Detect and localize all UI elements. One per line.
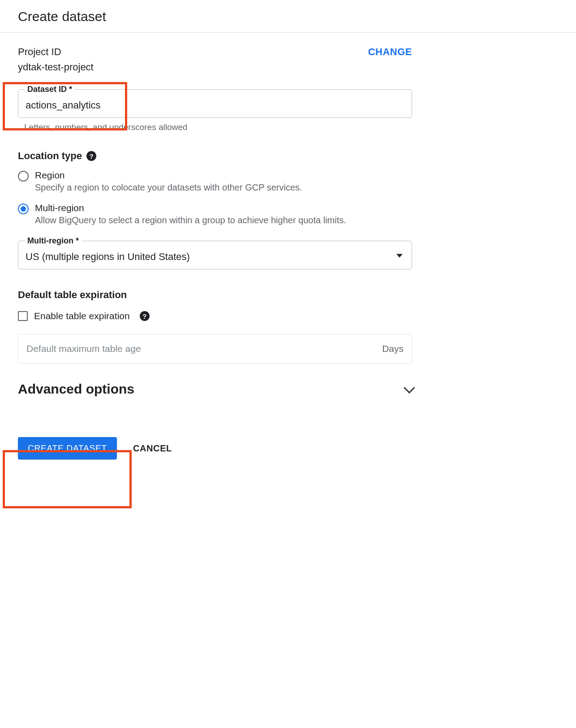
- multi-region-radio-desc: Allow BigQuery to select a region within…: [35, 215, 412, 225]
- max-table-age-field: Default maximum table age Days: [18, 334, 412, 364]
- help-icon[interactable]: ?: [140, 311, 150, 321]
- dropdown-arrow-icon: [396, 254, 403, 258]
- expiration-title: Default table expiration: [18, 289, 412, 301]
- chevron-down-icon: [404, 382, 415, 393]
- region-radio-desc: Specify a region to colocate your datase…: [35, 182, 412, 193]
- cancel-button[interactable]: CANCEL: [133, 443, 172, 454]
- multi-region-select[interactable]: Multi-region * US (multiple regions in U…: [18, 241, 412, 269]
- max-table-age-label: Default maximum table age: [26, 343, 141, 354]
- multi-region-select-label: Multi-region *: [25, 236, 82, 246]
- advanced-options-toggle[interactable]: Advanced options: [18, 381, 412, 397]
- change-project-link[interactable]: CHANGE: [368, 46, 412, 58]
- multi-region-radio[interactable]: [18, 204, 29, 214]
- enable-expiration-label: Enable table expiration: [34, 311, 130, 321]
- multi-region-radio-label: Multi-region: [35, 203, 412, 213]
- dataset-id-label: Dataset ID *: [25, 85, 75, 94]
- dataset-id-helper: Letters, numbers, and underscores allowe…: [18, 118, 412, 132]
- dataset-id-field-group: Dataset ID * Letters, numbers, and under…: [18, 89, 412, 132]
- max-table-age-suffix: Days: [382, 343, 404, 354]
- location-type-title: Location type: [18, 150, 82, 162]
- help-icon[interactable]: ?: [86, 151, 96, 161]
- region-radio-label: Region: [35, 170, 412, 181]
- page-title: Create dataset: [0, 0, 576, 33]
- multi-region-select-value: US (multiple regions in United States): [26, 251, 392, 263]
- create-dataset-button[interactable]: CREATE DATASET: [18, 437, 117, 459]
- region-radio[interactable]: [18, 171, 29, 182]
- advanced-options-title: Advanced options: [18, 381, 134, 397]
- enable-expiration-checkbox[interactable]: [18, 311, 28, 321]
- project-id-label: Project ID: [18, 46, 94, 58]
- project-id-value: ydtak-test-project: [18, 61, 94, 73]
- dataset-id-input[interactable]: [26, 100, 404, 111]
